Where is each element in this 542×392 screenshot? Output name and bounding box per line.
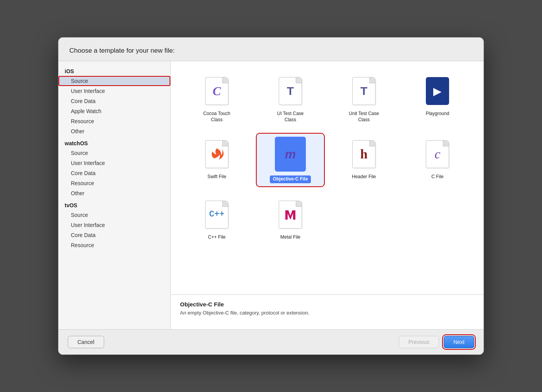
unit-test-label: Unit Test CaseClass bbox=[349, 111, 379, 123]
cpp-icon-wrapper: C++ bbox=[201, 197, 232, 232]
header-file-icon: h bbox=[352, 140, 376, 168]
main-content: C Cocoa TouchClass T UI Test CaseClass bbox=[171, 61, 484, 329]
playground-arrow-icon: ▶ bbox=[433, 85, 442, 98]
footer-right: Previous Next bbox=[399, 336, 474, 348]
sidebar-item-ios-resource[interactable]: Resource bbox=[58, 116, 170, 126]
swift-file-label: Swift File bbox=[208, 174, 226, 180]
ui-test-icon-wrapper: T bbox=[275, 74, 306, 108]
sidebar-item-tvos-resource[interactable]: Resource bbox=[58, 240, 170, 250]
sidebar-item-watchos-other[interactable]: Other bbox=[58, 188, 170, 198]
objc-icon-wrapper: m bbox=[275, 137, 306, 172]
objc-file-icon: m bbox=[279, 140, 302, 168]
description-panel: Objective-C File An empty Objective-C fi… bbox=[171, 294, 484, 329]
sidebar: iOS Source User Interface Core Data Appl… bbox=[58, 61, 171, 329]
objc-m-letter: m bbox=[285, 147, 296, 162]
template-grid: C Cocoa TouchClass T UI Test CaseClass bbox=[183, 70, 471, 243]
dialog-body: iOS Source User Interface Core Data Appl… bbox=[58, 61, 484, 330]
template-item-ui-test-case-class[interactable]: T UI Test CaseClass bbox=[257, 70, 324, 126]
c-letter: c bbox=[434, 147, 440, 162]
swift-flame-svg bbox=[209, 147, 224, 162]
sidebar-section-ios: iOS bbox=[58, 64, 170, 76]
playground-icon: ▶ bbox=[426, 77, 449, 105]
ui-test-label: UI Test CaseClass bbox=[277, 111, 304, 123]
cocoa-touch-icon-wrapper: C bbox=[201, 74, 232, 108]
cocoa-touch-icon: C bbox=[205, 77, 228, 105]
template-item-header-file[interactable]: h Header File bbox=[330, 134, 398, 186]
template-item-metal-file[interactable]: Metal File bbox=[257, 194, 324, 244]
sidebar-section-watchos: watchOS bbox=[58, 136, 170, 148]
description-title: Objective-C File bbox=[180, 301, 474, 308]
template-item-c-file[interactable]: c C File bbox=[404, 134, 471, 186]
c-file-label: C File bbox=[431, 174, 443, 180]
template-item-cocoa-touch-class[interactable]: C Cocoa TouchClass bbox=[183, 70, 250, 126]
sidebar-section-tvos: tvOS bbox=[58, 198, 170, 210]
dialog-footer: Cancel Previous Next bbox=[58, 330, 484, 354]
template-chooser-dialog: Choose a template for your new file: iOS… bbox=[58, 37, 484, 355]
sidebar-item-ios-other[interactable]: Other bbox=[58, 126, 170, 136]
unit-test-icon: T bbox=[352, 77, 376, 105]
sidebar-item-tvos-source[interactable]: Source bbox=[58, 210, 170, 220]
cpp-file-label: C++ File bbox=[208, 234, 225, 241]
unit-test-t-letter: T bbox=[360, 84, 367, 98]
metal-file-label: Metal File bbox=[280, 234, 300, 241]
cancel-button[interactable]: Cancel bbox=[68, 336, 104, 348]
sidebar-item-watchos-resource[interactable]: Resource bbox=[58, 178, 170, 188]
sidebar-item-tvos-core-data[interactable]: Core Data bbox=[58, 230, 170, 240]
c-file-icon: c bbox=[426, 140, 449, 168]
cpp-file-icon: C++ bbox=[205, 201, 228, 229]
template-item-cpp-file[interactable]: C++ C++ File bbox=[183, 194, 250, 244]
swift-icon-wrapper bbox=[201, 137, 232, 172]
sidebar-item-watchos-core-data[interactable]: Core Data bbox=[58, 168, 170, 178]
sidebar-item-watchos-user-interface[interactable]: User Interface bbox=[58, 158, 170, 168]
template-grid-area: C Cocoa TouchClass T UI Test CaseClass bbox=[171, 61, 484, 294]
cpp-letter: C++ bbox=[209, 210, 225, 219]
sidebar-item-ios-core-data[interactable]: Core Data bbox=[58, 96, 170, 106]
playground-label: Playground bbox=[426, 111, 449, 117]
template-item-playground[interactable]: ▶ Playground bbox=[404, 70, 471, 126]
next-button[interactable]: Next bbox=[444, 336, 474, 348]
unit-test-icon-wrapper: T bbox=[348, 74, 379, 108]
metal-m-svg bbox=[283, 207, 298, 222]
header-icon-wrapper: h bbox=[348, 137, 379, 172]
previous-button[interactable]: Previous bbox=[399, 336, 439, 348]
c-icon-wrapper: c bbox=[422, 137, 453, 172]
playground-icon-wrapper: ▶ bbox=[422, 74, 453, 108]
sidebar-item-ios-user-interface[interactable]: User Interface bbox=[58, 86, 170, 96]
swift-file-icon bbox=[205, 140, 228, 168]
sidebar-item-tvos-user-interface[interactable]: User Interface bbox=[58, 220, 170, 230]
sidebar-item-watchos-source[interactable]: Source bbox=[58, 148, 170, 158]
ui-test-t-letter: T bbox=[287, 84, 294, 98]
template-item-objective-c-file[interactable]: m Objective-C File bbox=[257, 134, 324, 186]
sidebar-item-ios-apple-watch[interactable]: Apple Watch bbox=[58, 106, 170, 116]
header-h-letter: h bbox=[360, 147, 368, 162]
cocoa-touch-label: Cocoa TouchClass bbox=[203, 111, 230, 123]
ui-test-icon: T bbox=[279, 77, 302, 105]
template-item-swift-file[interactable]: Swift File bbox=[183, 134, 250, 186]
objc-file-label: Objective-C File bbox=[270, 175, 311, 183]
template-item-unit-test-case-class[interactable]: T Unit Test CaseClass bbox=[330, 70, 398, 126]
dialog-title: Choose a template for your new file: bbox=[58, 38, 484, 61]
description-text: An empty Objective-C file, category, pro… bbox=[180, 310, 474, 316]
sidebar-item-ios-source[interactable]: Source bbox=[58, 76, 170, 86]
metal-icon-wrapper bbox=[275, 197, 306, 232]
metal-file-icon bbox=[279, 201, 302, 229]
header-file-label: Header File bbox=[352, 174, 376, 180]
